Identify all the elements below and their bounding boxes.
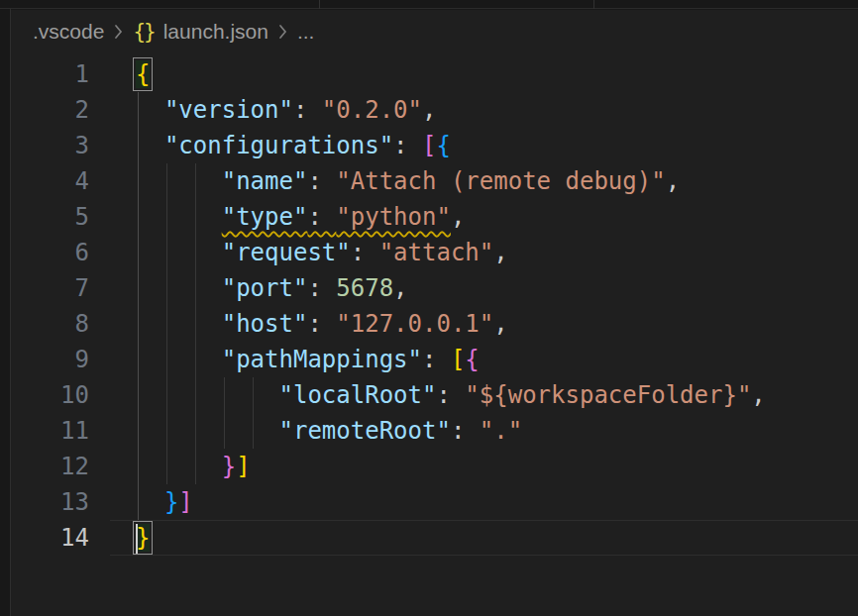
- breadcrumb-symbol-more[interactable]: ...: [297, 20, 315, 44]
- code-text: "version": "0.2.0",: [109, 92, 436, 128]
- code-token: ".": [480, 417, 522, 445]
- line-number[interactable]: 10: [11, 377, 109, 413]
- code-token: }: [164, 488, 178, 516]
- code-line[interactable]: 14}: [11, 520, 858, 556]
- code-token: ,: [393, 274, 407, 302]
- chevron-right-icon: [277, 22, 288, 42]
- code-text: "type": "python",: [109, 199, 465, 235]
- code-token: :: [436, 381, 465, 409]
- code-token: "type": [222, 203, 308, 231]
- code-token: "localRoot": [279, 381, 437, 409]
- code-token: [136, 488, 164, 516]
- line-number[interactable]: 3: [11, 128, 109, 163]
- line-number[interactable]: 12: [11, 449, 109, 484]
- line-number[interactable]: 9: [11, 342, 109, 377]
- code-token: :: [293, 96, 322, 124]
- line-number[interactable]: 8: [11, 306, 109, 342]
- code-text: "pathMappings": [{: [109, 342, 480, 377]
- code-token: {: [436, 132, 450, 159]
- tab-separator: [593, 0, 594, 9]
- code-token: [136, 310, 222, 338]
- indent-guide: [166, 163, 167, 484]
- code-text: "port": 5678,: [109, 270, 408, 306]
- line-number[interactable]: 14: [11, 520, 109, 556]
- line-number[interactable]: 13: [11, 484, 109, 520]
- code-token: "python": [336, 203, 451, 231]
- code-token: [136, 274, 222, 302]
- code-token: [: [422, 132, 436, 159]
- tab-separator: [319, 0, 320, 9]
- code-token: "remoteRoot": [279, 417, 451, 445]
- sidebar-edge: [0, 9, 11, 616]
- line-number[interactable]: 4: [11, 163, 109, 199]
- code-token: [136, 96, 164, 124]
- line-number[interactable]: 2: [11, 92, 109, 128]
- code-token: :: [307, 310, 336, 338]
- breadcrumb: .vscode {} launch.json ...: [11, 10, 858, 53]
- code-token: 5678: [336, 274, 393, 302]
- code-token: }: [222, 453, 236, 480]
- code-token: "attach": [379, 239, 494, 266]
- code-token: ,: [493, 310, 507, 338]
- code-text: "localRoot": "${workspaceFolder}",: [109, 377, 766, 413]
- code-token: "127.0.0.1": [336, 310, 493, 338]
- indent-guide: [195, 163, 196, 484]
- code-text: }: [109, 520, 150, 556]
- text-cursor: [136, 524, 138, 554]
- line-number[interactable]: 5: [11, 199, 109, 235]
- code-token: ,: [493, 239, 507, 266]
- code-token: "name": [222, 167, 308, 195]
- line-number[interactable]: 11: [11, 413, 109, 449]
- code-token: [: [451, 346, 465, 373]
- code-token: ,: [451, 203, 465, 231]
- code-token: {: [465, 346, 479, 373]
- code-token: "configurations": [164, 132, 393, 159]
- code-token: ,: [422, 96, 436, 124]
- json-object-icon: {}: [133, 20, 154, 44]
- code-token: "port": [222, 274, 308, 302]
- tab-bar-edge: [0, 0, 858, 9]
- code-line[interactable]: 1{: [11, 56, 858, 92]
- code-token: [136, 346, 222, 373]
- code-text: "configurations": [{: [109, 128, 451, 163]
- chevron-right-icon: [113, 22, 124, 42]
- matched-bracket: }: [136, 524, 150, 552]
- line-number[interactable]: 7: [11, 270, 109, 306]
- code-token: [136, 381, 279, 409]
- code-token: ,: [751, 381, 765, 409]
- line-number[interactable]: 6: [11, 235, 109, 270]
- breadcrumb-file[interactable]: launch.json: [163, 20, 268, 44]
- code-text: "host": "127.0.0.1",: [109, 306, 508, 342]
- code-token: :: [351, 239, 379, 266]
- editor-pane: .vscode {} launch.json ... 1{2 "version"…: [11, 10, 858, 616]
- code-text: }]: [109, 449, 251, 484]
- code-token: [136, 132, 164, 159]
- code-token: [136, 239, 222, 266]
- code-token: [136, 453, 222, 480]
- code-token: :: [307, 203, 336, 231]
- code-token: "pathMappings": [222, 346, 422, 373]
- code-token: "version": [164, 96, 293, 124]
- code-token: "0.2.0": [322, 96, 422, 124]
- code-token: [136, 417, 279, 445]
- code-token: "${workspaceFolder}": [465, 381, 751, 409]
- code-token: :: [307, 167, 336, 195]
- code-token: ]: [236, 453, 250, 480]
- breadcrumb-folder[interactable]: .vscode: [33, 20, 104, 44]
- code-token: "Attach (remote debug)": [336, 167, 665, 195]
- indent-guide: [253, 377, 254, 449]
- code-token: "request": [222, 239, 351, 266]
- code-text: "request": "attach",: [109, 235, 508, 270]
- code-token: ,: [666, 167, 680, 195]
- code-token: :: [307, 274, 336, 302]
- code-text: }]: [109, 484, 193, 520]
- line-number[interactable]: 1: [11, 56, 109, 92]
- indent-guide: [224, 377, 225, 449]
- code-token: [136, 203, 222, 231]
- code-token: [136, 167, 222, 195]
- code-token: "host": [222, 310, 308, 338]
- warning-squiggle: "type": "python": [222, 203, 451, 231]
- indent-guide: [138, 92, 139, 520]
- matched-bracket: {: [136, 60, 150, 88]
- code-text: "remoteRoot": ".": [109, 413, 522, 449]
